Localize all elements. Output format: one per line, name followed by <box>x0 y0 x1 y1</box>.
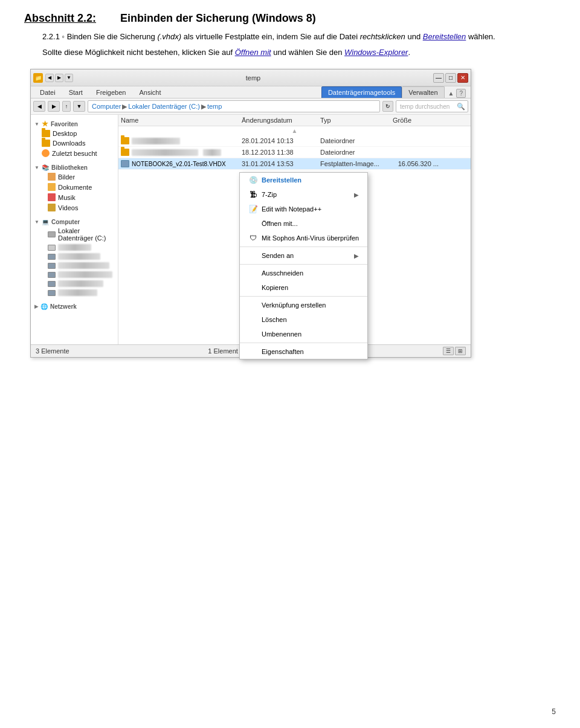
sidebar-label-drive6 <box>58 280 103 287</box>
tab-start[interactable]: Start <box>62 86 89 98</box>
ctx-send-to[interactable]: Senden an ▶ <box>240 248 367 263</box>
up-button[interactable]: ↑ <box>62 101 71 112</box>
oeffnen-mit-link[interactable]: Öffnen mit <box>235 48 271 57</box>
sidebar-item-drive3[interactable] <box>31 252 118 261</box>
help-icon[interactable]: ▲ <box>448 90 454 97</box>
large-icons-view-btn[interactable]: ⊞ <box>455 347 466 355</box>
sidebar-item-bilder[interactable]: Bilder <box>31 172 118 182</box>
ctx-delete[interactable]: Löschen <box>240 312 367 327</box>
maximize-button[interactable]: □ <box>445 73 456 83</box>
section-title: Einbinden der Sicherung (Windows 8) <box>120 12 316 25</box>
window-title: temp <box>73 74 433 82</box>
sidebar-item-desktop[interactable]: Desktop <box>31 129 118 138</box>
ctx-separator <box>240 296 367 297</box>
address-bar: ◀ ▶ ↑ ▼ Computer ▶ Lokaler Datenträger (… <box>31 98 471 115</box>
file-row-vhd[interactable]: NOTEBOOK26_v2.01-Test8.VHDX 31.01.2014 1… <box>118 158 471 170</box>
dokumente-icon <box>48 183 56 191</box>
section-2-2-1: 2.2.1 ◦ Binden Sie die Sicherung (.vhdx)… <box>42 31 556 43</box>
minimize-button[interactable]: — <box>433 73 444 83</box>
file-name-cell: NOTEBOOK26_v2.01-Test8.VHDX <box>121 160 242 167</box>
tab-ansicht[interactable]: Ansicht <box>132 86 167 98</box>
ctx-7zip[interactable]: 🗜 7-Zip ▶ <box>240 187 367 202</box>
ctx-copy[interactable]: Kopieren <box>240 280 367 295</box>
refresh-button[interactable]: ↻ <box>382 101 393 112</box>
sidebar-item-videos[interactable]: Videos <box>31 202 118 213</box>
sidebar-item-drive2[interactable] <box>31 243 118 252</box>
file-row[interactable]: 28.01.2014 10:13 Dateiordner <box>118 135 471 147</box>
ctx-sophos[interactable]: 🛡 Mit Sophos Anti-Virus überprüfen <box>240 231 367 245</box>
file-type: Dateiordner <box>320 149 393 156</box>
file-row[interactable]: 18.12.2013 11:38 Dateiordner <box>118 147 471 158</box>
sidebar-item-musik[interactable]: Musik <box>31 192 118 202</box>
network-label: Netzwerk <box>50 303 77 310</box>
favorites-group[interactable]: ▼ ★ Favoriten <box>31 117 118 129</box>
sidebar-item-dokumente[interactable]: Dokumente <box>31 182 118 192</box>
back-button[interactable]: ◀ <box>33 101 45 112</box>
section-label: Abschnitt 2.2: <box>24 12 96 25</box>
paragraph2: Sollte diese Möglichkeit nicht bestehen,… <box>42 47 556 59</box>
sidebar-item-recent[interactable]: Zuletzt besucht <box>31 148 118 158</box>
network-icon-sidebar: 🌐 <box>40 303 48 310</box>
ctx-rename[interactable]: Umbenennen <box>240 327 367 341</box>
recent-btn[interactable]: ▼ <box>73 101 85 112</box>
close-button[interactable]: ✕ <box>457 73 468 83</box>
libraries-group[interactable]: ▼ 📚 Bibliotheken <box>31 162 118 172</box>
doc-header: Abschnitt 2.2: Einbinden der Sicherung (… <box>24 12 556 25</box>
bereitstellen-link[interactable]: Bereitstellen <box>423 32 466 41</box>
folder-icon <box>42 140 50 147</box>
properties-icon <box>248 347 258 356</box>
tab-datei[interactable]: Datei <box>33 86 62 98</box>
sidebar-item-downloads[interactable]: Downloads <box>31 138 118 148</box>
drive4-icon <box>48 263 56 269</box>
sidebar-item-local-drive[interactable]: Lokaler Datenträger (C:) <box>31 226 118 243</box>
explorer-window: 📁 ◀ ▶ ▼ temp — □ ✕ Datei Start Freigeben… <box>30 69 471 358</box>
drive5-icon <box>48 272 56 278</box>
sidebar-item-drive7[interactable] <box>31 288 118 297</box>
forward-button[interactable]: ▶ <box>48 101 60 112</box>
computer-icon-sidebar: 💻 <box>42 219 49 225</box>
window-controls: — □ ✕ <box>433 73 468 83</box>
status-count: 3 Elemente <box>36 347 69 355</box>
sidebar-label-dokumente: Dokumente <box>58 184 92 191</box>
expand-favorites-icon: ▼ <box>34 121 39 127</box>
file-name-blurred <box>132 149 198 156</box>
ctx-open-with[interactable]: Öffnen mit... <box>240 216 367 231</box>
ctx-cut[interactable]: Ausschneiden <box>240 266 367 280</box>
sidebar-item-drive6[interactable] <box>31 279 118 288</box>
ctx-bereitstellen[interactable]: 💿 Bereitstellen <box>240 173 367 187</box>
sidebar-label-drive7 <box>58 289 97 296</box>
file-list-header: Name Änderungsdatum Typ Größe <box>118 115 471 126</box>
context-menu: 💿 Bereitstellen 🗜 7-Zip ▶ 📝 Edit with No… <box>239 172 368 359</box>
sidebar-item-drive5[interactable] <box>31 270 118 279</box>
network-group[interactable]: ▶ 🌐 Netzwerk <box>31 301 118 311</box>
tab-verwalten[interactable]: Verwalten <box>402 86 444 98</box>
quick-access-btn2[interactable]: ▶ <box>55 74 63 82</box>
address-path[interactable]: Computer ▶ Lokaler Datenträger (C:) ▶ te… <box>88 100 380 112</box>
ribbon-tabs: Datei Start Freigeben Ansicht Datenträge… <box>31 86 471 98</box>
computer-group[interactable]: ▼ 💻 Computer <box>31 216 118 226</box>
tab-freigeben[interactable]: Freigeben <box>89 86 133 98</box>
sidebar-label-downloads: Downloads <box>53 140 85 147</box>
path-part-drive: Lokaler Datenträger (C:) <box>128 103 200 110</box>
file-name-cell <box>121 137 242 144</box>
tab-datentraeger[interactable]: Datenträgerimagetools <box>321 86 402 98</box>
quick-access-btn3[interactable]: ▼ <box>65 74 73 82</box>
libraries-label: Bibliotheken <box>51 164 88 171</box>
ctx-label-delete: Löschen <box>262 316 287 323</box>
quick-access-btn[interactable]: ◀ <box>45 74 54 82</box>
cut-icon <box>248 268 258 278</box>
ctx-label-bereitstellen: Bereitstellen <box>262 176 301 184</box>
ctx-notepad[interactable]: 📝 Edit with Notepad++ <box>240 202 367 216</box>
ctx-create-link[interactable]: Verknüpfung erstellen <box>240 298 367 312</box>
details-view-btn[interactable]: ☰ <box>443 347 454 355</box>
help-btn[interactable]: ? <box>456 89 466 98</box>
search-box[interactable]: temp durchsuchen 🔍 <box>396 100 468 112</box>
window-icon: 📁 <box>33 73 43 83</box>
sidebar-label-drive4 <box>58 262 109 269</box>
sidebar-item-drive4[interactable] <box>31 261 118 270</box>
drive6-icon <box>48 281 56 287</box>
ctx-separator <box>240 246 367 247</box>
ctx-properties[interactable]: Eigenschaften <box>240 344 367 359</box>
title-bar-left: 📁 ◀ ▶ ▼ <box>33 73 73 83</box>
windows-explorer-link[interactable]: Windows-Explorer <box>344 48 408 57</box>
